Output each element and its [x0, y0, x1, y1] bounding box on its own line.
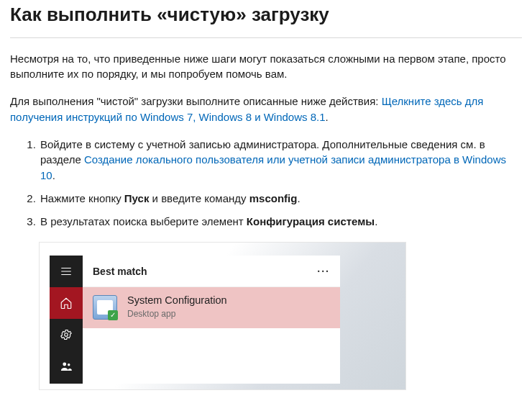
step3-text-b: .	[375, 215, 377, 227]
home-icon	[60, 297, 73, 310]
svg-point-2	[68, 363, 70, 366]
intro-paragraph: Несмотря на то, что приведенные ниже шаг…	[10, 51, 522, 83]
step2-bold-start: Пуск	[124, 192, 150, 204]
hamburger-button[interactable]	[50, 256, 83, 287]
gear-icon	[60, 328, 73, 341]
step2-text-c: и введите команду	[149, 192, 249, 204]
result-subtitle: Desktop app	[127, 308, 227, 320]
result-title: System Configuration	[127, 293, 227, 308]
start-menu-panel: Best match ··· System Configuration Desk…	[50, 256, 340, 384]
steps-list: Войдите в систему с учетной записью адми…	[10, 137, 522, 230]
step2-text-a: Нажмите кнопку	[40, 192, 124, 204]
step-2: Нажмите кнопку Пуск и введите команду ms…	[39, 191, 522, 207]
result-text: System Configuration Desktop app	[127, 293, 227, 320]
result-system-configuration[interactable]: System Configuration Desktop app	[83, 287, 340, 328]
step2-text-d: .	[297, 192, 300, 204]
home-button[interactable]	[50, 287, 83, 319]
step3-text-a: В результатах поиска выберите элемент	[40, 215, 247, 227]
page-title: Как выполнить «чистую» загрузку	[10, 1, 522, 29]
search-results-pane: Best match ··· System Configuration Desk…	[83, 256, 340, 384]
svg-point-0	[65, 333, 68, 337]
people-icon	[60, 360, 73, 373]
screenshot-start-menu: Best match ··· System Configuration Desk…	[39, 242, 406, 390]
step3-bold-sysconfig: Конфигурация системы	[247, 215, 375, 227]
instructions-lead: Для выполнения "чистой" загрузки выполни…	[10, 94, 522, 125]
create-local-user-link[interactable]: Создание локального пользователя или уче…	[40, 153, 506, 181]
step2-bold-msconfig: msconfig	[249, 192, 298, 204]
best-match-label: Best match	[93, 264, 147, 279]
svg-point-1	[63, 363, 66, 366]
divider	[10, 37, 522, 38]
step-1: Войдите в систему с учетной записью адми…	[39, 137, 522, 184]
lead-text: Для выполнения "чистой" загрузки выполни…	[10, 95, 382, 107]
more-button[interactable]: ···	[317, 264, 330, 279]
settings-button[interactable]	[50, 319, 83, 351]
step1-text-b: .	[52, 169, 55, 181]
hamburger-icon	[60, 265, 73, 278]
best-match-header: Best match ···	[83, 256, 340, 287]
lead-tail: .	[326, 111, 329, 123]
people-button[interactable]	[50, 351, 83, 382]
sysconfig-icon	[93, 295, 117, 320]
start-rail	[50, 256, 83, 384]
step-3: В результатах поиска выберите элемент Ко…	[39, 214, 522, 230]
